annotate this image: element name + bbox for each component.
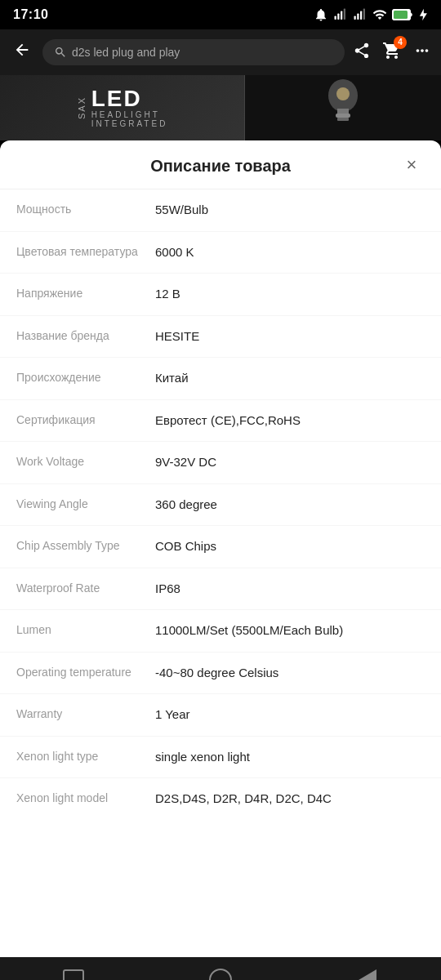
svg-rect-5: [357, 14, 359, 20]
top-bar-icons: 4: [353, 41, 431, 65]
wifi-icon: [372, 7, 387, 22]
spec-label: Chip Assembly Type: [16, 537, 155, 555]
spec-row: Warranty1 Year: [0, 694, 441, 737]
spec-value: Китай: [155, 369, 425, 388]
spec-row: Chip Assembly TypeCOB Chips: [0, 526, 441, 568]
search-box[interactable]: d2s led plug and play: [42, 39, 345, 65]
charging-icon: [418, 7, 428, 22]
spec-value: Евротест (CE),FCC,RoHS: [155, 412, 425, 430]
brand-led: LED: [91, 87, 168, 110]
modal-title: Описание товара: [150, 157, 291, 176]
back-button[interactable]: [10, 38, 34, 67]
spec-label: Напряжение: [16, 285, 155, 302]
svg-point-14: [336, 87, 350, 100]
status-time: 17:10: [13, 7, 48, 22]
spec-value: 360 degree: [155, 496, 425, 514]
status-bar: 17:10: [0, 0, 441, 29]
spec-row: Xenon light modelD2S,D4S, D2R, D4R, D2C,…: [0, 778, 441, 820]
spec-value: D2S,D4S, D2R, D4R, D2C, D4C: [155, 790, 425, 808]
status-icons: [314, 7, 428, 22]
spec-label: Xenon light type: [16, 748, 155, 765]
spec-row: Work Voltage9V-32V DC: [0, 442, 441, 484]
brand-sub2: INTEGRATED: [91, 119, 168, 128]
spec-label: Warranty: [16, 706, 155, 723]
nav-back-button[interactable]: [347, 960, 388, 980]
search-icon: [54, 46, 67, 59]
product-strip: SAX LED HEADLIGHT INTEGRATED: [0, 75, 441, 140]
spec-row: ПроисхождениеКитай: [0, 358, 441, 400]
bottom-nav: [0, 957, 441, 980]
nav-home-button[interactable]: [200, 960, 241, 980]
spec-row: Operating temperature-40~80 degree Celsi…: [0, 653, 441, 695]
spec-row: Lumen11000LM/Set (5500LM/Each Bulb): [0, 610, 441, 653]
spec-label: Operating temperature: [16, 664, 155, 681]
nav-square-button[interactable]: [53, 960, 94, 980]
spec-row: Xenon light typesingle xenon light: [0, 737, 441, 779]
spec-row: Viewing Angle360 degree: [0, 484, 441, 527]
signal1-icon: [333, 7, 348, 22]
svg-rect-13: [337, 118, 349, 121]
spec-label: Work Voltage: [16, 453, 155, 470]
spec-label: Viewing Angle: [16, 496, 155, 513]
spec-label: Происхождение: [16, 369, 155, 386]
spec-label: Xenon light model: [16, 790, 155, 807]
spec-value: 12 В: [155, 285, 425, 304]
spec-table: Мощность55W/BulbЦветовая температура6000…: [0, 189, 441, 820]
cart-button[interactable]: 4: [382, 41, 402, 65]
spec-label: Название бренда: [16, 327, 155, 345]
share-button[interactable]: [353, 42, 371, 64]
svg-rect-7: [363, 9, 365, 20]
spec-label: Сертификация: [16, 412, 155, 429]
spec-value: HESITE: [155, 327, 425, 346]
spec-value: 6000 K: [155, 243, 425, 262]
spec-label: Цветовая температура: [16, 243, 155, 261]
spec-value: IP68: [155, 580, 425, 599]
svg-rect-12: [336, 114, 350, 118]
spec-value: single xenon light: [155, 748, 425, 767]
spec-label: Lumen: [16, 621, 155, 639]
cart-badge: 4: [394, 36, 407, 49]
spec-row: Название брендаHESITE: [0, 316, 441, 359]
svg-rect-0: [335, 16, 336, 20]
spec-value: 55W/Bulb: [155, 201, 425, 220]
signal2-icon: [353, 7, 368, 22]
search-text: d2s led plug and play: [72, 46, 180, 59]
more-button[interactable]: [413, 42, 431, 64]
svg-rect-6: [360, 11, 362, 20]
svg-rect-9: [394, 11, 408, 19]
brand-sub1: HEADLIGHT: [91, 110, 168, 119]
spec-value: COB Chips: [155, 537, 425, 556]
alarm-icon: [314, 7, 328, 22]
nav-circle-icon: [209, 969, 232, 980]
spec-row: Мощность55W/Bulb: [0, 189, 441, 232]
svg-rect-3: [344, 9, 345, 20]
spec-label: Мощность: [16, 201, 155, 218]
product-description-modal: Описание товара × Мощность55W/BulbЦветов…: [0, 140, 441, 957]
spec-row: Напряжение12 В: [0, 274, 441, 316]
spec-label: Waterproof Rate: [16, 580, 155, 597]
spec-row: СертификацияЕвротест (CE),FCC,RoHS: [0, 400, 441, 443]
svg-rect-1: [337, 14, 339, 20]
spec-value: 9V-32V DC: [155, 453, 425, 472]
nav-square-icon: [63, 969, 84, 980]
svg-rect-4: [354, 16, 356, 20]
close-button[interactable]: ×: [399, 152, 425, 178]
top-bar: d2s led plug and play 4: [0, 29, 441, 75]
product-image-right: [245, 75, 441, 140]
svg-rect-11: [337, 109, 349, 114]
spec-row: Цветовая температура6000 K: [0, 232, 441, 274]
spec-value: 1 Year: [155, 706, 425, 724]
spec-row: Waterproof RateIP68: [0, 568, 441, 611]
product-image-left: SAX LED HEADLIGHT INTEGRATED: [0, 75, 245, 140]
spec-value: -40~80 degree Celsius: [155, 664, 425, 683]
svg-rect-2: [341, 11, 342, 20]
modal-header: Описание товара ×: [0, 140, 441, 189]
battery-icon: [392, 9, 413, 20]
bulb-svg: [323, 78, 363, 139]
nav-triangle-icon: [359, 969, 376, 980]
spec-value: 11000LM/Set (5500LM/Each Bulb): [155, 621, 425, 640]
